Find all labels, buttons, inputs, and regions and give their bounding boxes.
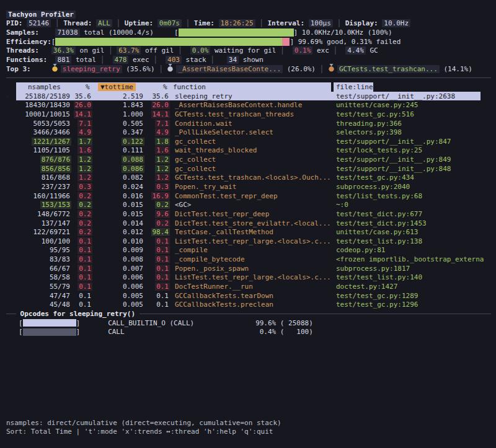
cell-function: gc_collect (170, 165, 331, 173)
cell-p1: 0.1 (71, 237, 92, 245)
interval-label: Interval: (267, 19, 308, 27)
table-row[interactable]: ►25188/2518935.62.51935.6sleeping_retryt… (0, 92, 496, 101)
cell-p2: 7.1 (144, 120, 170, 128)
table-row[interactable]: 58/580.10.0060.1ListTest.test_repr_large… (0, 273, 496, 283)
bracket: ] (76, 328, 81, 336)
cell-function: <GC> (170, 201, 331, 209)
table-row[interactable]: 148/67720.20.0159.6DictTest.test_repr_de… (0, 209, 496, 219)
table-row[interactable]: 66/670.10.0070.1Popen._posix_spawnsubpro… (0, 264, 496, 273)
separator: │ (96, 56, 113, 64)
separator: │ (155, 65, 167, 73)
cell-p1: 0.2 (71, 228, 92, 236)
cell-p1: 1.2 (71, 173, 92, 182)
table-row[interactable]: 45/480.10.0050.1GCCallbackTests.preclean… (0, 301, 496, 310)
cell-tt: 0.088 (92, 156, 144, 164)
cell-file-line: test/test_dict.py:677 (331, 210, 496, 218)
cell-ns: 18430/18430 (16, 101, 71, 109)
cell-ns: 1105/1105 (16, 146, 71, 154)
thread-value[interactable]: ALL (96, 19, 112, 27)
cell-ns: 45/48 (16, 301, 71, 309)
top3-item-3: GCTests.test_trashcan... (337, 65, 440, 73)
cell-ns: 5053/5053 (16, 120, 71, 128)
cell-file-line: subprocess.py:2040 (331, 183, 496, 191)
gc-value: 4.4% (345, 46, 366, 55)
bracket: [ (51, 38, 56, 46)
table-row[interactable]: 1105/11051.60.1111.6wait_threads_blocked… (0, 146, 496, 156)
column-header-function[interactable]: function (173, 83, 206, 91)
top3-label: Top 3: (6, 65, 51, 73)
table-row[interactable]: 100/1000.10.0100.1ListTest.test_repr_lar… (0, 237, 496, 246)
samples-rate-bar (179, 29, 294, 37)
cell-p1: 4.9 (71, 128, 92, 136)
cell-ns: 237/237 (16, 183, 71, 191)
cell-file-line: <frozen importlib._bootstrap_externa (331, 255, 496, 263)
separator: │ (316, 65, 328, 73)
column-header-pct-cumulative[interactable]: % (163, 83, 167, 91)
functions-stack: 403 (166, 56, 182, 64)
table-row[interactable]: 153/1530.20.0150.2<GC>~:0 (0, 200, 496, 209)
cell-tt: 0.015 (92, 201, 144, 209)
cell-function: GCCallbackTests.preclean (170, 301, 331, 309)
cell-function: gc_collect (170, 138, 331, 146)
column-header-pct-direct[interactable]: % (86, 83, 90, 91)
legend-note: nsamples: direct/cumulative (direct=exec… (0, 418, 496, 428)
cell-ns: 153/153 (16, 201, 71, 209)
table-row[interactable]: 876/8761.20.0881.2gc_collecttest/support… (0, 155, 496, 164)
indent (6, 328, 19, 336)
table-row[interactable]: 137/1470.20.0140.2DictTest.test_store_ev… (0, 219, 496, 228)
keybinding-text: Sort: Total Time | 't':mode 'x':trends ↔… (6, 428, 273, 436)
cell-p1: 1.2 (71, 165, 92, 173)
table-row[interactable]: 816/8681.20.0821.2GCTests.test_trashcan.… (0, 173, 496, 183)
cell-p1: 1.6 (71, 146, 92, 154)
efficiency-summary: 99.69% good, 0.31% failed (294, 38, 401, 46)
opcode-row: []CALL_BUILTIN_O (CALL)99.6% ( 25088) (0, 318, 496, 328)
horizontal-rule (6, 77, 491, 78)
indent (6, 319, 19, 327)
table-row[interactable]: 10001/1001514.11.00014.1GCTests.test_tra… (0, 110, 496, 119)
column-header-file-line[interactable]: file:line (336, 83, 373, 91)
cell-function: DocTestRunner.__run (170, 283, 331, 291)
cell-file-line: subprocess.py:1817 (331, 265, 496, 273)
cell-tt: 0.012 (92, 228, 144, 236)
silver-medal-icon (167, 64, 174, 74)
cell-ns: 95/95 (16, 246, 71, 254)
table-row[interactable]: 237/2370.30.0240.3Popen._try_waitsubproc… (0, 182, 496, 191)
table-row[interactable]: 122/697210.20.01298.4TestCase._callTestM… (0, 227, 496, 237)
cell-p2: 9.6 (144, 210, 170, 218)
separator: │ (255, 19, 268, 27)
functions-exec-desc: exec (128, 56, 149, 64)
cell-p1: 0.1 (71, 301, 92, 309)
functions-shown: 34 (227, 56, 239, 64)
gap (154, 29, 174, 37)
cell-function: Popen._try_wait (170, 183, 331, 191)
cell-function: ListTest.test_repr_large.<locals>.c... (170, 237, 331, 245)
time-value: 18:26:25 (219, 19, 255, 27)
cell-ns: 10001/10015 (16, 110, 71, 118)
cell-tt: 0.024 (92, 183, 144, 191)
column-header-tottime-sorted[interactable]: ▼tottime (98, 83, 136, 91)
cell-p2: 0.1 (144, 292, 170, 300)
top3-item-1-pct: (35.6%) (122, 65, 155, 73)
table-row[interactable]: 856/8561.20.0861.2gc_collecttest/support… (0, 164, 496, 173)
table-row[interactable]: 47/470.10.0050.1GCCallbackTests.tearDown… (0, 291, 496, 301)
table-row[interactable]: 160/119660.20.01616.9CommonTest.test_rep… (0, 191, 496, 201)
table-row[interactable]: 3466/34664.90.3474.9_PollLikeSelector.se… (0, 128, 496, 137)
separator-rule (0, 73, 496, 82)
table-row[interactable]: 18430/1843026.01.84326.0_AssertRaisesBas… (0, 100, 496, 110)
empty-area (0, 336, 496, 418)
table-row[interactable]: 1221/12671.70.1221.8gc_collecttest/suppo… (0, 137, 496, 146)
cell-p2: 0.1 (144, 273, 170, 281)
cell-p1: 35.6 (71, 92, 92, 100)
table-row[interactable]: 95/950.10.0090.1_compilecodeop.py:81 (0, 246, 496, 255)
opcodes-title: Opcodes for sleeping_retry() (16, 310, 140, 318)
cell-ns: 47/47 (16, 292, 71, 300)
table-row[interactable]: 55/790.10.0060.1DocTestRunner.__rundocte… (0, 282, 496, 291)
threads-row: Threads: 36.3% on gil │ 63.7% off gil │ … (0, 46, 496, 56)
selected-row-arrow-icon: ► (6, 93, 16, 99)
cell-file-line: codeop.py:81 (331, 246, 496, 254)
table-row[interactable]: 5053/50537.10.5057.1Condition.waitthread… (0, 119, 496, 128)
table-row[interactable]: 83/830.10.0080.1_compile_bytecode<frozen… (0, 255, 496, 264)
efficiency-bar (55, 38, 290, 46)
column-header-nsamples[interactable]: nsamples (28, 83, 61, 91)
on-gil-desc: on gil (76, 46, 104, 55)
